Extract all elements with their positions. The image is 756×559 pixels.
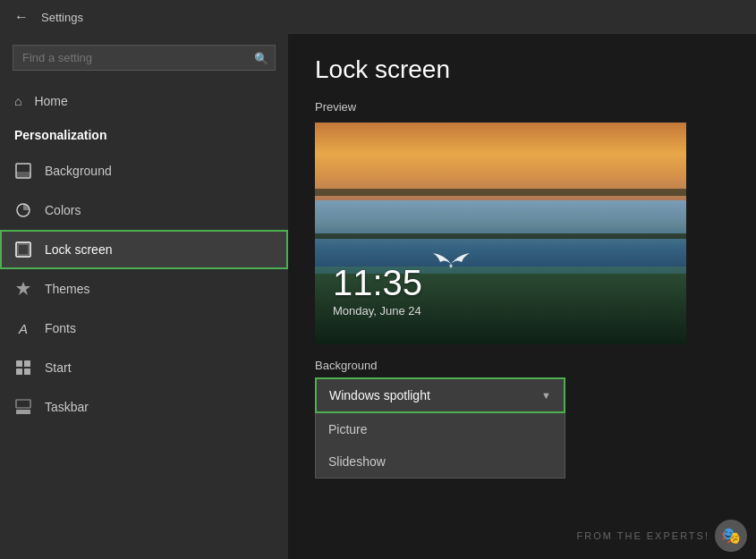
home-label: Home: [34, 94, 67, 108]
sidebar-item-lock-screen[interactable]: Lock screen: [0, 230, 288, 269]
sidebar-item-start[interactable]: Start: [0, 348, 288, 387]
sidebar-item-fonts[interactable]: A Fonts: [0, 309, 288, 348]
dropdown-item-slideshow[interactable]: Slideshow: [316, 445, 565, 478]
background-icon: [14, 162, 32, 180]
background-label: Background: [315, 359, 729, 372]
sidebar: 🔍 ⌂ Home Personalization Background: [0, 34, 288, 559]
search-input[interactable]: [13, 45, 276, 71]
fonts-icon: A: [14, 319, 32, 337]
dropdown-item-picture[interactable]: Picture: [316, 413, 565, 445]
preview-container: 11:35 Monday, June 24: [315, 123, 686, 344]
sidebar-search-container: 🔍: [13, 45, 276, 71]
back-button[interactable]: ←: [11, 6, 32, 28]
dropdown-container: Windows spotlight ▼ Picture Slideshow: [315, 377, 565, 413]
sidebar-item-colors[interactable]: Colors: [0, 191, 288, 230]
start-icon: [14, 359, 32, 377]
home-icon: ⌂: [14, 94, 21, 108]
search-icon: 🔍: [254, 51, 268, 64]
sidebar-item-colors-label: Colors: [45, 203, 81, 217]
background-section: Background Windows spotlight ▼ Picture S…: [315, 359, 729, 413]
themes-icon: [14, 280, 32, 298]
svg-rect-4: [18, 244, 29, 255]
dropdown-list: Picture Slideshow: [315, 413, 565, 479]
svg-rect-9: [16, 410, 30, 414]
colors-icon: [14, 201, 32, 219]
preview-time: 11:35: [333, 265, 422, 301]
content-area: Lock screen Preview: [288, 34, 756, 559]
sidebar-item-themes-label: Themes: [45, 282, 90, 296]
sidebar-item-lock-screen-label: Lock screen: [45, 242, 112, 257]
main-layout: 🔍 ⌂ Home Personalization Background: [0, 34, 756, 559]
sidebar-item-taskbar[interactable]: Taskbar: [0, 387, 288, 427]
sidebar-item-themes[interactable]: Themes: [0, 269, 288, 309]
sidebar-item-start-label: Start: [45, 360, 72, 375]
sidebar-item-fonts-label: Fonts: [45, 321, 76, 335]
watermark-text: FROM THE EXPERTS!: [576, 530, 709, 541]
titlebar: ← Settings: [0, 0, 756, 34]
svg-rect-8: [24, 368, 30, 375]
page-title: Lock screen: [315, 55, 729, 84]
svg-rect-1: [16, 172, 30, 178]
sidebar-section-title: Personalization: [0, 121, 288, 151]
sidebar-item-background-label: Background: [45, 164, 112, 178]
sidebar-item-home[interactable]: ⌂ Home: [0, 81, 288, 121]
titlebar-title: Settings: [41, 11, 83, 24]
sidebar-item-taskbar-label: Taskbar: [45, 400, 89, 414]
dropdown-selected-text: Windows spotlight: [329, 388, 430, 402]
chevron-down-icon: ▼: [541, 390, 551, 401]
bird-silhouette: [431, 246, 471, 273]
preview-label: Preview: [315, 100, 729, 114]
svg-rect-5: [16, 360, 22, 367]
preview-overlay: 11:35 Monday, June 24: [333, 265, 422, 318]
watermark-icon: 🎭: [715, 520, 747, 552]
dropdown-selected[interactable]: Windows spotlight ▼: [315, 377, 565, 413]
taskbar-icon: [14, 398, 32, 416]
preview-date: Monday, June 24: [333, 304, 422, 318]
sidebar-item-background[interactable]: Background: [0, 151, 288, 191]
lock-screen-icon: [14, 241, 32, 258]
svg-rect-7: [16, 368, 22, 375]
watermark: FROM THE EXPERTS! 🎭: [576, 520, 747, 552]
preview-background: 11:35 Monday, June 24: [315, 123, 686, 344]
svg-rect-6: [24, 360, 30, 367]
svg-rect-10: [16, 400, 30, 408]
